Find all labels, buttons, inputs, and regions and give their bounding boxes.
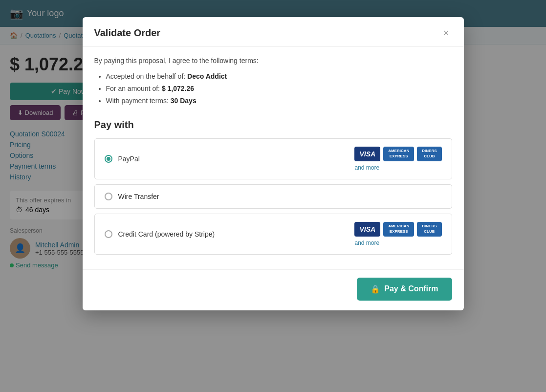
radio-wire-transfer[interactable] [105,193,112,200]
wire-transfer-label: Wire Transfer [118,193,159,200]
modal-body: By paying this proposal, I agree to the … [83,47,464,269]
credit-card-icon-row: VISA AMERICANEXPRESS DINERSCLUB [354,222,441,237]
term-3: With payment terms: 30 Days [106,95,452,107]
term-1-label: Accepted on the behalf of: [106,72,188,80]
paypal-label: PayPal [118,155,140,163]
payment-option-wire-transfer[interactable]: Wire Transfer [94,184,452,209]
modal-footer: 🔒 Pay & Confirm [83,269,464,310]
credit-card-label: Credit Card (powered by Stripe) [118,230,215,238]
pay-with-title: Pay with [94,119,452,131]
payment-left-paypal: PayPal [105,155,140,163]
term-2-label: For an amount of: [106,85,162,92]
modal-header: Validate Order × [83,17,464,47]
term-1-value: Deco Addict [187,72,227,80]
confirm-pay-label: Pay & Confirm [384,284,438,293]
validate-order-modal: Validate Order × By paying this proposal… [83,17,464,310]
paypal-card-icons: VISA AMERICANEXPRESS DINERSCLUB and more [354,147,441,171]
term-2-value: $ 1,072.26 [162,85,194,92]
term-2: For an amount of: $ 1,072.26 [106,83,452,95]
term-3-label: With payment terms: [106,97,171,105]
cc-and-more: and more [354,240,379,246]
paypal-and-more: and more [354,164,379,171]
amex-icon-cc: AMERICANEXPRESS [383,222,414,237]
payment-option-credit-card[interactable]: Credit Card (powered by Stripe) VISA AME… [94,214,452,255]
diners-icon-paypal: DINERSCLUB [417,147,441,161]
visa-icon-cc: VISA [354,222,380,237]
credit-card-icons: VISA AMERICANEXPRESS DINERSCLUB and more [354,222,441,246]
modal-overlay: Validate Order × By paying this proposal… [0,0,546,392]
modal-close-button[interactable]: × [440,27,452,39]
modal-title: Validate Order [94,27,161,39]
payment-left-wire: Wire Transfer [105,193,159,200]
paypal-card-row: VISA AMERICANEXPRESS DINERSCLUB [354,147,441,161]
term-3-value: 30 Days [171,97,197,105]
lock-icon: 🔒 [371,284,380,294]
visa-icon-paypal: VISA [354,147,380,161]
term-1: Accepted on the behalf of: Deco Addict [106,70,452,83]
amex-icon-paypal: AMERICANEXPRESS [383,147,414,161]
pay-confirm-button[interactable]: 🔒 Pay & Confirm [357,278,452,301]
radio-paypal[interactable] [105,155,112,163]
diners-icon-cc: DINERSCLUB [417,222,441,237]
payment-option-paypal[interactable]: PayPal VISA AMERICANEXPRESS DINERSCLUB a… [94,138,452,179]
terms-intro: By paying this proposal, I agree to the … [94,57,452,65]
payment-left-credit-card: Credit Card (powered by Stripe) [105,230,215,238]
terms-list: Accepted on the behalf of: Deco Addict F… [94,70,452,108]
radio-credit-card[interactable] [105,230,112,238]
